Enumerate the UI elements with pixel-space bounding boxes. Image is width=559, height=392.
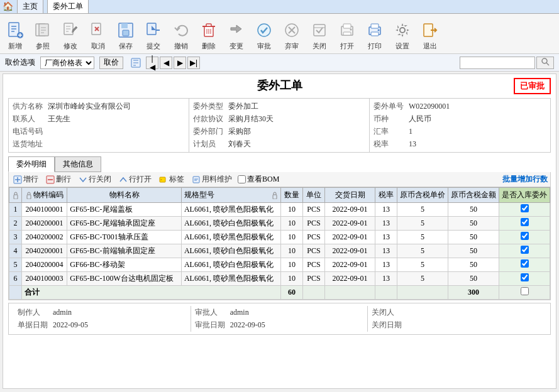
svg-rect-59 — [193, 177, 199, 183]
order-no-label: 委外单号 — [374, 101, 409, 112]
unapprove-button[interactable]: 弃审 — [280, 20, 303, 51]
svg-rect-57 — [160, 177, 165, 182]
save-icon — [116, 20, 136, 40]
check-bom-label[interactable]: 查看BOM — [238, 174, 279, 185]
nav-buttons: |◀ ◀ ▶ ▶| — [146, 57, 200, 69]
row-price: 5 — [397, 272, 448, 286]
approve-icon — [254, 20, 274, 40]
svg-rect-20 — [121, 23, 128, 28]
revoke-button[interactable]: 撤销 — [170, 20, 192, 51]
printpre-button[interactable]: 打开 — [336, 20, 358, 51]
tax-label: 税率 — [374, 139, 409, 150]
dept-label: 委外部门 — [193, 126, 228, 137]
table-row[interactable]: 5 2040200004 GF66-BC-移动架 AL6061, 喷砂白色阳极氧… — [9, 258, 550, 272]
ref-button[interactable]: 参照 — [31, 20, 54, 51]
row-instock[interactable] — [499, 258, 550, 272]
edit-button[interactable]: 修改 — [59, 20, 82, 51]
phone-row: 电话号码 — [13, 126, 185, 137]
exit-button[interactable]: 退出 — [419, 20, 441, 51]
search-button[interactable] — [536, 57, 554, 69]
nav-last-button[interactable]: ▶| — [187, 57, 200, 69]
tab-detail[interactable]: 委外明细 — [8, 156, 55, 172]
tag-button[interactable]: 标签 — [157, 174, 186, 185]
row-price: 5 — [397, 244, 448, 258]
row-amount: 50 — [448, 258, 499, 272]
row-qty: 10 — [281, 258, 303, 272]
submit-button[interactable]: 提交 — [142, 20, 165, 51]
payment-row: 付款协议 采购月结30天 — [193, 114, 365, 124]
row-instock[interactable] — [499, 203, 550, 217]
planner-label: 计划员 — [193, 139, 228, 150]
bulk-add-button[interactable]: 批量增加行数 — [502, 174, 548, 185]
table-row[interactable]: 6 2040100003 GF65-BC-100W台达电机固定板 AL6061,… — [9, 272, 550, 286]
tax-value: 13 — [409, 139, 416, 149]
close-btn[interactable]: 关闭 — [308, 20, 331, 51]
th-price: 原币含税单价 — [397, 188, 448, 203]
open-all-button[interactable]: 行打开 — [117, 174, 153, 185]
row-instock[interactable] — [499, 244, 550, 258]
table-row[interactable]: 3 2040200002 GF65-BC-T001轴承压盖 AL6061, 喷砂… — [9, 231, 550, 244]
table-toolbar: 增行 删行 行关闭 行打开 标签 用料维护 查看BOM 批量增加行数 — [8, 172, 551, 187]
row-price: 5 — [397, 203, 448, 217]
new-button[interactable]: 新增 — [4, 20, 26, 51]
payment-value: 采购月结30天 — [228, 114, 274, 124]
row-date: 2022-09-01 — [325, 272, 375, 286]
save-button[interactable]: 保存 — [114, 20, 137, 51]
table-row[interactable]: 4 2040200001 GF65-BC-前端轴承固定座 AL6061, 喷砂白… — [9, 244, 550, 258]
check-bom-checkbox[interactable] — [238, 175, 246, 183]
cancel-button[interactable]: 取消 — [87, 20, 109, 51]
row-unit: PCS — [303, 258, 325, 272]
nav-prev-button[interactable]: ◀ — [160, 57, 172, 69]
approve-button[interactable]: 审批 — [253, 20, 275, 51]
table-row[interactable]: 1 2040100001 GF65-BC-尾端盖板 AL6061, 喷砂黑色阳极… — [9, 203, 550, 217]
table-row[interactable]: 2 2040200001 GF65-BC-尾端轴承固定座 AL6061, 喷砂白… — [9, 217, 550, 231]
footer-col-3: 关闭人 关闭日期 — [368, 306, 545, 332]
change-icon — [226, 20, 246, 40]
row-code: 2040100001 — [22, 203, 67, 217]
nav-first-button[interactable]: |◀ — [146, 57, 158, 69]
planner-row: 计划员 刘春天 — [193, 139, 365, 150]
nav-next-button[interactable]: ▶ — [174, 57, 186, 69]
row-instock[interactable] — [499, 231, 550, 244]
row-date: 2022-09-01 — [325, 244, 375, 258]
approve-date-label: 审批日期 — [195, 320, 230, 330]
close-icon — [309, 20, 329, 40]
delete-row-button[interactable]: 删行 — [44, 174, 73, 185]
row-spec: AL6061, 喷砂白色阳极氧化 — [181, 258, 280, 272]
row-name: GF65-BC-前端轴承固定座 — [67, 244, 182, 258]
payment-label: 付款协议 — [193, 114, 228, 124]
row-amount: 50 — [448, 217, 499, 231]
close-all-button[interactable]: 行关闭 — [77, 174, 113, 185]
tab-other[interactable]: 其他信息 — [55, 156, 101, 172]
ref-icon — [33, 20, 53, 40]
approver-value: admin — [230, 308, 249, 317]
row-instock[interactable] — [499, 217, 550, 231]
row-tax: 13 — [375, 231, 397, 244]
closer-label: 关闭人 — [372, 307, 407, 318]
add-row-button[interactable]: 增行 — [11, 174, 40, 185]
print-button[interactable]: 打印 — [363, 20, 386, 51]
row-qty: 10 — [281, 272, 303, 286]
footer-col-1: 制作人 admin 单据日期 2022-09-05 — [14, 306, 191, 332]
change-button[interactable]: 变更 — [225, 20, 248, 51]
dept-row: 委外部门 采购部 — [193, 126, 365, 137]
row-tax: 13 — [375, 217, 397, 231]
home-tab[interactable]: 主页 — [17, 0, 43, 14]
unapprove-icon — [282, 20, 302, 40]
get-price-button[interactable]: 取价 — [99, 57, 123, 69]
cancel-icon — [88, 20, 108, 40]
title-bar: 🏠 主页 委外工单 — [0, 0, 559, 14]
data-table: 物料编码 物料名称 规格型号 数量 单位 交货日期 — [9, 187, 550, 300]
price-select[interactable]: 厂商价格表 — [40, 57, 94, 69]
material-maint-button[interactable]: 用料维护 — [190, 174, 234, 185]
svg-rect-34 — [314, 24, 325, 36]
row-instock[interactable] — [499, 272, 550, 286]
tab-bar: 委外明细 其他信息 — [8, 156, 551, 172]
active-tab[interactable]: 委外工单 — [47, 0, 89, 14]
info-col-2: 委外类型 委外加工 付款协议 采购月结30天 委外部门 采购部 计划员 刘春天 — [189, 99, 370, 152]
search-input[interactable] — [460, 57, 535, 69]
settings-button[interactable]: 设置 — [391, 20, 414, 51]
row-unit: PCS — [303, 203, 325, 217]
row-num: 1 — [9, 203, 22, 217]
delete-button[interactable]: 删除 — [197, 20, 220, 51]
